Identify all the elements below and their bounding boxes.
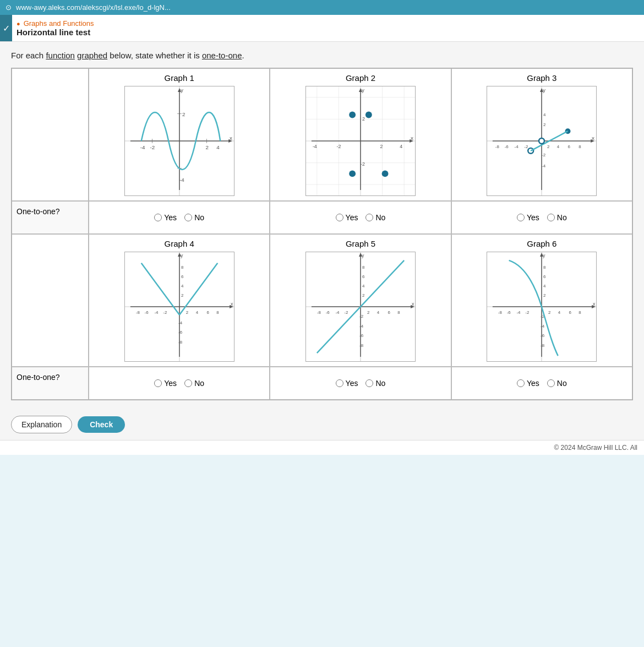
main-table: Graph 1 -2 2 4	[11, 68, 633, 400]
svg-text:2: 2	[205, 144, 209, 150]
graph6-yes-radio[interactable]	[517, 379, 525, 387]
graph5-yes-label[interactable]: Yes	[336, 379, 358, 388]
explanation-button[interactable]: Explanation	[11, 416, 72, 433]
svg-text:-8: -8	[495, 144, 500, 149]
graph2-yes-label[interactable]: Yes	[336, 213, 358, 222]
main-content: For each function graphed below, state w…	[0, 42, 644, 409]
svg-text:4: 4	[558, 310, 561, 315]
svg-text:8: 8	[362, 265, 365, 270]
svg-point-40	[349, 112, 356, 118]
svg-text:6: 6	[362, 274, 365, 279]
graph3-radio-cell: Yes No	[451, 201, 632, 234]
graph5-radio-cell: Yes No	[270, 367, 451, 400]
graph6-no-radio[interactable]	[547, 379, 555, 387]
graph3-radio-group[interactable]: Yes No	[517, 213, 567, 222]
svg-text:-4: -4	[313, 144, 317, 149]
graph4-svg: x y -8 -6 -4 -2 2 4 6 8 8 6 4 2	[125, 252, 234, 361]
graph5-yes-radio[interactable]	[336, 379, 343, 387]
svg-text:8: 8	[181, 265, 184, 270]
svg-text:-6: -6	[505, 144, 509, 149]
graph1-title: Graph 1	[165, 73, 194, 83]
graph5-no-radio[interactable]	[365, 379, 373, 387]
svg-text:-2: -2	[344, 310, 348, 315]
svg-text:y: y	[543, 87, 545, 93]
svg-text:6: 6	[569, 310, 572, 315]
svg-text:x: x	[592, 135, 594, 141]
graph5-area: x y -8 -6 -4 -2 2 4 6 8 8 6 4 2	[305, 252, 416, 362]
graph6-no-label[interactable]: No	[547, 379, 567, 388]
graph4-radio-group[interactable]: Yes No	[154, 379, 204, 388]
browser-bar: ⊙ www-awy.aleks.com/alekscgi/x/lsl.exe/l…	[0, 0, 644, 15]
graph5-svg: x y -8 -6 -4 -2 2 4 6 8 8 6 4 2	[306, 252, 415, 361]
svg-text:x: x	[412, 301, 414, 307]
svg-text:-4: -4	[335, 310, 340, 315]
graph2-no-label[interactable]: No	[365, 213, 385, 222]
svg-text:6: 6	[543, 274, 546, 279]
svg-text:-2: -2	[163, 310, 167, 315]
svg-text:y: y	[181, 253, 183, 258]
svg-text:y: y	[362, 87, 364, 93]
svg-text:y: y	[181, 87, 183, 93]
svg-text:-4: -4	[515, 144, 519, 149]
svg-text:-8: -8	[541, 343, 545, 348]
svg-text:-2: -2	[361, 161, 365, 167]
svg-text:8: 8	[397, 310, 400, 315]
page-header: ✓ ● Graphs and Functions Horizontal line…	[0, 15, 644, 42]
svg-text:4: 4	[362, 284, 365, 289]
graph4-yes-radio[interactable]	[154, 379, 162, 387]
svg-point-43	[382, 170, 389, 177]
svg-text:-4: -4	[517, 310, 521, 315]
graph1-radio-group[interactable]: Yes No	[154, 213, 204, 222]
graph3-yes-radio[interactable]	[517, 214, 525, 221]
graph2-yes-radio[interactable]	[336, 214, 343, 221]
graph2-no-radio[interactable]	[365, 214, 373, 221]
graph6-area: x y -8 -6 -4 -2 2 4 6 8 8 6 4 2	[487, 252, 597, 362]
graph4-no-label[interactable]: No	[184, 379, 204, 388]
svg-text:-4: -4	[179, 177, 184, 183]
graph1-no-radio[interactable]	[184, 214, 192, 221]
graph6-yes-label[interactable]: Yes	[517, 379, 539, 388]
graph3-yes-label[interactable]: Yes	[517, 213, 539, 222]
svg-text:x: x	[593, 301, 596, 307]
svg-point-65	[565, 128, 571, 134]
check-button[interactable]: Check	[78, 416, 125, 433]
graph5-radio-group[interactable]: Yes No	[336, 379, 386, 388]
graph4-title: Graph 4	[165, 239, 194, 248]
graph4-area: x y -8 -6 -4 -2 2 4 6 8 8 6 4 2	[124, 252, 234, 362]
graph3-no-label[interactable]: No	[547, 213, 567, 222]
breadcrumb: ● Graphs and Functions	[17, 19, 635, 28]
svg-text:-2: -2	[336, 144, 341, 149]
graph2-radio-cell: Yes No	[270, 201, 451, 234]
svg-text:-6: -6	[359, 333, 364, 338]
graph6-svg: x y -8 -6 -4 -2 2 4 6 8 8 6 4 2	[487, 252, 596, 361]
graph6-radio-group[interactable]: Yes No	[517, 379, 567, 388]
browser-url: www-awy.aleks.com/alekscgi/x/lsl.exe/lo_…	[16, 3, 171, 12]
footer: © 2024 McGraw Hill LLC. All	[0, 440, 644, 455]
table-grid: Graph 1 -2 2 4	[12, 68, 632, 400]
graph1-yes-label[interactable]: Yes	[154, 213, 177, 222]
graph4-yes-label[interactable]: Yes	[154, 379, 177, 388]
svg-text:-8: -8	[135, 310, 140, 315]
svg-text:-8: -8	[317, 310, 321, 315]
page-title: Horizontal line test	[17, 28, 635, 37]
svg-text:4: 4	[181, 284, 184, 289]
graph5-no-label[interactable]: No	[365, 379, 385, 388]
graph3-area: x y -8 -6 -4 -2 2 4 6 8 2 4 -2	[487, 86, 597, 196]
graph4-radio-cell: Yes No	[89, 367, 270, 400]
graph5-title: Graph 5	[346, 239, 375, 248]
svg-text:2: 2	[362, 293, 364, 298]
graph2-radio-group[interactable]: Yes No	[336, 213, 386, 222]
svg-text:2: 2	[362, 116, 365, 122]
svg-text:-6: -6	[144, 310, 149, 315]
graph4-cell: Graph 4 x y -8	[89, 234, 270, 367]
graph1-no-label[interactable]: No	[184, 213, 204, 222]
graph3-title: Graph 3	[527, 73, 556, 83]
graph4-no-radio[interactable]	[184, 379, 192, 387]
empty-cell-top-left	[12, 68, 89, 201]
graph1-yes-radio[interactable]	[154, 214, 162, 221]
graph3-no-radio[interactable]	[547, 214, 555, 221]
graph5-cell: Graph 5 x y -8	[270, 234, 451, 367]
graph1-radio-cell: Yes No	[89, 201, 270, 234]
svg-text:4: 4	[543, 112, 546, 117]
graph3-svg: x y -8 -6 -4 -2 2 4 6 8 2 4 -2	[487, 86, 596, 195]
